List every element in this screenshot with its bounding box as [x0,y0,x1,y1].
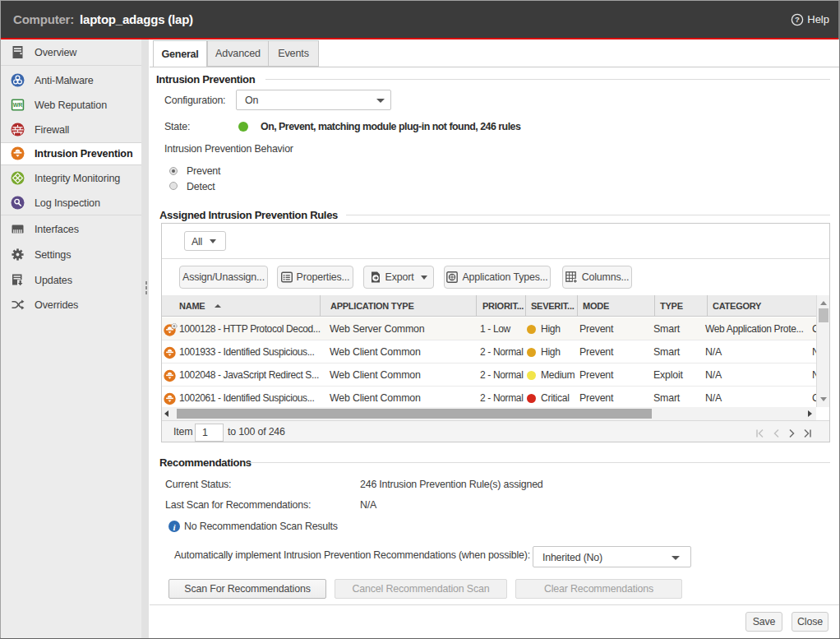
svg-text:WR: WR [13,102,22,108]
svg-text:?: ? [795,15,800,24]
